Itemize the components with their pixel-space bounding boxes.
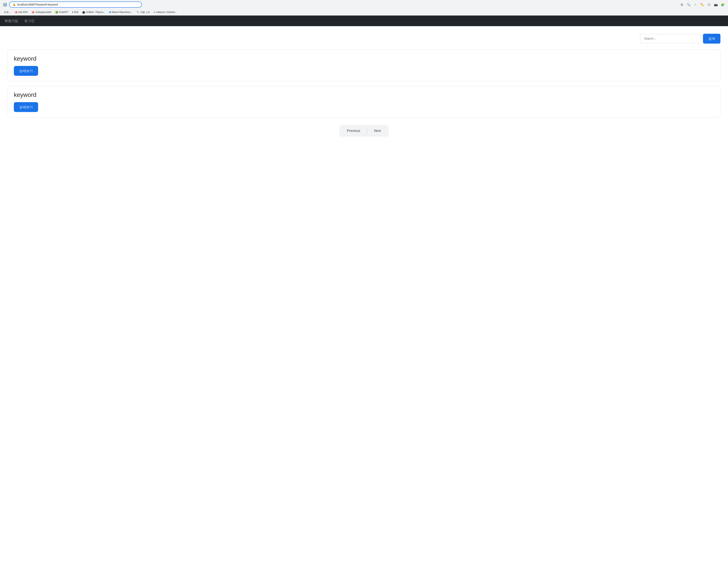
pen-icon[interactable]: ✏️ <box>699 2 705 8</box>
translate-icon[interactable]: ⊞ <box>679 2 685 8</box>
item-card-2: keyword 상세보기 <box>8 86 720 118</box>
bookmark-coderyu-label: coderyu1 | Dashbo... <box>156 11 177 13</box>
pagination-container: Previous Next <box>339 125 389 137</box>
maven-icon: M <box>109 11 111 14</box>
item-title-2: keyword <box>14 91 714 98</box>
search-input[interactable] <box>640 34 701 43</box>
bookmarks-bar: 프로... 🐙 kdit-2024 🐙 codingspecialist 🟢 C… <box>0 9 728 15</box>
item-title-1: keyword <box>14 55 714 62</box>
bookmark-dev-notes[interactable]: 🔧 개발 노트 <box>135 10 151 14</box>
bookmark-coding-label: codingspecialist <box>35 11 51 13</box>
bookmark-kdit-label: kdit-2024 <box>18 11 28 13</box>
pagination-area: Previous Next <box>8 125 720 137</box>
tools-icon: 🔧 <box>137 11 140 14</box>
bookmark-untitled-label: Untitled - Playrou... <box>86 11 105 13</box>
github-kdit-icon: 🐙 <box>15 11 18 14</box>
search-area: 검색 <box>8 34 720 44</box>
menu-icon: ≡ <box>154 11 155 14</box>
detail-button-1[interactable]: 상세보기 <box>14 66 38 76</box>
bookmark-coderyu[interactable]: ≡ coderyu1 | Dashbo... <box>152 10 178 14</box>
url-text: localhost:8080/?keyword=keyword <box>17 3 138 6</box>
navbar: 회원가입 로그인 <box>0 16 728 26</box>
bookmark-maven[interactable]: M Maven Repository:... <box>107 10 134 14</box>
wrtn-icon: ℹ <box>72 11 73 14</box>
extensions-icon[interactable]: 🧩 <box>720 2 726 8</box>
detail-button-2[interactable]: 상세보기 <box>14 102 38 112</box>
bookmark-chatgpt-label: ChatGPT <box>59 11 68 13</box>
github-coding-icon: 🐙 <box>31 11 35 14</box>
bookmark-wrtn-label: 뤼튼 <box>74 11 78 14</box>
info-icon[interactable]: ℹ️ <box>2 2 8 7</box>
search-button[interactable]: 검색 <box>703 34 720 44</box>
picture-in-picture-icon[interactable]: ⊡ <box>706 2 712 8</box>
browser-chrome: ℹ️ 🔒 localhost:8080/?keyword=keyword ⊞ 🔍… <box>0 0 728 16</box>
bookmark-wrtn[interactable]: ℹ 뤼튼 <box>71 10 80 14</box>
browser-nav-icons: ℹ️ <box>2 2 8 7</box>
browser-toolbar: ℹ️ 🔒 localhost:8080/?keyword=keyword ⊞ 🔍… <box>0 0 728 9</box>
next-button[interactable]: Next <box>367 126 388 136</box>
bookmark-dev-notes-label: 개발 노트 <box>140 11 150 14</box>
signup-link[interactable]: 회원가입 <box>5 19 18 23</box>
chatgpt-icon: 🟢 <box>55 11 58 14</box>
bookmark-prolog[interactable]: 프로... <box>2 10 12 14</box>
lock-icon: 🔒 <box>13 3 16 6</box>
main-content: 검색 keyword 상세보기 keyword 상세보기 Previous Ne… <box>0 26 728 152</box>
login-link[interactable]: 로그인 <box>24 19 35 23</box>
bookmark-untitled[interactable]: ⬤ Untitled - Playrou... <box>81 10 107 14</box>
prolog-icon: 프로... <box>4 10 11 14</box>
bookmark-maven-label: Maven Repository:... <box>112 11 133 13</box>
find-icon[interactable]: 🔍 <box>686 2 692 8</box>
bookmark-coding[interactable]: 🐙 codingspecialist <box>30 10 53 14</box>
browser-actions: ⊞ 🔍 ☆ ✏️ ⊡ 📷 🧩 <box>679 2 726 8</box>
previous-button[interactable]: Previous <box>340 126 367 136</box>
bookmark-chatgpt[interactable]: 🟢 ChatGPT <box>54 10 70 14</box>
screenshot-icon[interactable]: 📷 <box>713 2 719 8</box>
item-card-1: keyword 상세보기 <box>8 50 720 81</box>
untitled-icon: ⬤ <box>82 11 85 14</box>
bookmark-star-icon[interactable]: ☆ <box>692 2 698 8</box>
bookmark-kdit[interactable]: 🐙 kdit-2024 <box>13 10 29 14</box>
address-bar[interactable]: 🔒 localhost:8080/?keyword=keyword <box>9 2 142 8</box>
app-container: 회원가입 로그인 검색 keyword 상세보기 keyword 상세보기 Pr… <box>0 16 728 563</box>
